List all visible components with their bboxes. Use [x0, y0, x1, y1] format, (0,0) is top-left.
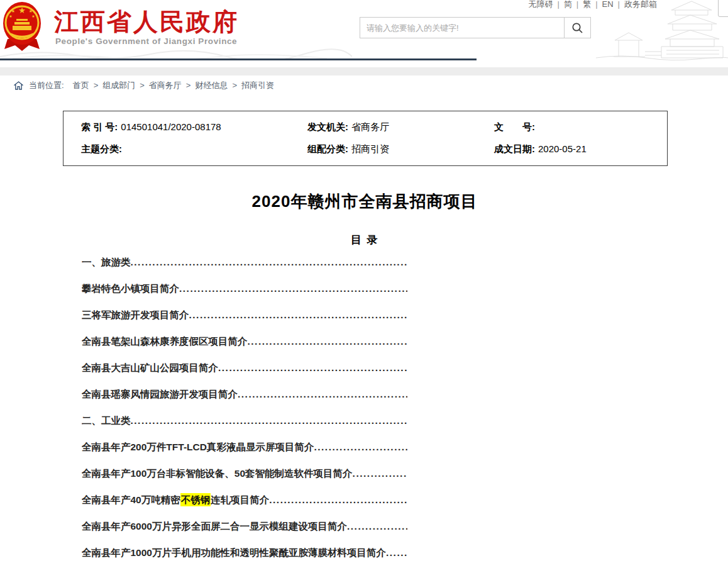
page: { "topbar": { "separator": "|", "links":… — [0, 0, 728, 573]
breadcrumb-separator: > — [94, 81, 99, 90]
svg-text:★: ★ — [11, 9, 15, 13]
topbar-separator: | — [618, 0, 620, 9]
toc-item: 全南县笔架山森林康养度假区项目简介.......................… — [82, 335, 407, 361]
meta-value: 招商引资 — [351, 143, 389, 154]
topbar-link-2[interactable]: 繁 — [583, 0, 591, 9]
toc-text-post: 连轧项目简介 — [211, 493, 269, 506]
toc-item: 全南县年产1000万片手机用功能性和透明性聚酰亚胺薄膜材料项目简介.......… — [82, 546, 407, 572]
meta-cell: 成文日期:2020-05-21 — [494, 143, 587, 155]
breadcrumb-separator: > — [186, 81, 191, 90]
site-name-en: People's Government of Jiangxi Province — [55, 36, 237, 46]
svg-text:★: ★ — [31, 14, 35, 18]
topbar-link-0[interactable]: 无障碍 — [528, 0, 553, 9]
meta-cell: 组配分类:招商引资 — [307, 143, 389, 155]
meta-value: 014501041/2020-08178 — [121, 121, 221, 132]
search-input[interactable] — [360, 18, 564, 38]
toc-text-pre: 全南县年产40万吨精密 — [82, 493, 180, 506]
breadcrumb-label: 当前位置: — [29, 80, 64, 91]
breadcrumb-link-2[interactable]: 省商务厅 — [149, 81, 182, 90]
svg-text:★: ★ — [18, 6, 26, 15]
toc-text: 全南县笔架山森林康养度假区项目简介 — [82, 335, 248, 348]
topbar-link-1[interactable]: 简 — [564, 0, 572, 9]
topbar: 无障碍|简|繁|EN|政务邮箱 — [528, 0, 657, 10]
toc-text: 全南县大吉山矿山公园项目简介 — [82, 361, 218, 374]
meta-cell: 文 号: — [494, 121, 538, 133]
meta-row: 主题分类:组配分类:招商引资成文日期:2020-05-21 — [63, 143, 667, 156]
toc-list: 一、旅游类...................................… — [82, 255, 407, 572]
search-button[interactable] — [564, 18, 590, 38]
toc-text: 全南县年产200万件TFT-LCD真彩液晶显示屏项目简介 — [82, 440, 314, 453]
breadcrumb-link-3[interactable]: 财经信息 — [195, 81, 228, 90]
header-divider — [0, 58, 477, 60]
toc-item: 三将军旅游开发项目简介.............................… — [82, 308, 407, 335]
toc-text: 全南县年产6000万片异形全面屏二合一显示模组建设项目简介 — [82, 520, 347, 533]
toc-leader-dots: ........................................… — [353, 467, 407, 480]
toc-text: 二、工业类 — [82, 414, 131, 427]
toc-item: 全南县年产40万吨精密不锈钢连轧项目简介....................… — [82, 493, 407, 520]
site-name: 江西省人民政府 — [54, 5, 239, 39]
meta-value: 省商务厅 — [351, 121, 389, 132]
national-emblem-logo: ★ ★ ★ ★ ★ — [3, 1, 41, 52]
toc-text: 全南县年产100万台非标智能设备、50套智能制造软件项目简介 — [82, 467, 353, 480]
toc-item: 全南县年产200万件TFT-LCD真彩液晶显示屏项目简介............… — [82, 440, 407, 467]
doc-title: 2020年赣州市全南县招商项目 — [63, 191, 666, 213]
topbar-separator: | — [557, 0, 559, 9]
topbar-link-4[interactable]: 政务邮箱 — [624, 0, 657, 9]
breadcrumb-link-0[interactable]: 首页 — [73, 81, 89, 90]
meta-label: 索 引 号: — [81, 121, 118, 132]
search-icon — [571, 22, 583, 34]
toc-leader-dots: ........................................… — [314, 440, 407, 453]
meta-cell: 索 引 号:014501041/2020-08178 — [81, 121, 221, 133]
toc-item: 全南县年产100万台非标智能设备、50套智能制造软件项目简介..........… — [82, 467, 407, 493]
toc-text: 三将军旅游开发项目简介 — [82, 308, 189, 321]
site-header: ★ ★ ★ ★ ★ 江西省人民政府 People's Government of… — [0, 0, 728, 60]
toc-text: 攀岩特色小镇项目简介 — [82, 282, 179, 295]
toc-leader-dots: ........................................… — [248, 335, 408, 348]
section-divider-strip — [0, 67, 728, 76]
toc-highlight: 不锈钢 — [180, 493, 211, 506]
topbar-link-3[interactable]: EN — [602, 0, 614, 9]
toc-item: 全南县瑶寨风情园旅游开发项目简介........................… — [82, 387, 407, 414]
toc-item: 全南县大吉山矿山公园项目简介..........................… — [82, 361, 407, 387]
meta-label: 发文机关: — [307, 121, 348, 132]
site-search — [360, 17, 591, 38]
meta-row: 索 引 号:014501041/2020-08178发文机关:省商务厅文 号: — [63, 121, 667, 134]
toc-item: 全南县年产6000万片异形全面屏二合一显示模组建设项目简介...........… — [82, 520, 407, 546]
meta-label: 成文日期: — [494, 143, 535, 154]
meta-label: 组配分类: — [307, 143, 348, 154]
corner-box — [718, 0, 728, 17]
topbar-separator: | — [595, 0, 597, 9]
toc-leader-dots: ........................................… — [238, 387, 407, 401]
meta-value: 2020-05-21 — [538, 143, 587, 154]
toc-leader-dots: ........................................… — [131, 255, 408, 269]
toc-leader-dots: ........................................… — [189, 308, 408, 321]
toc-leader-dots: ........................................… — [179, 282, 407, 295]
topbar-separator: | — [576, 0, 578, 9]
meta-cell: 发文机关:省商务厅 — [307, 121, 389, 133]
meta-label: 文 号: — [494, 121, 535, 132]
toc-text: 一、旅游类 — [82, 255, 131, 269]
breadcrumb-link-1[interactable]: 组成部门 — [102, 81, 135, 90]
toc-item: 攀岩特色小镇项目简介..............................… — [82, 282, 407, 308]
toc-leader-dots: ........................................… — [218, 361, 407, 374]
meta-cell: 主题分类: — [81, 143, 125, 155]
toc-item: 一、旅游类...................................… — [82, 255, 407, 282]
toc-leader-dots: ........................................… — [269, 493, 407, 506]
toc-text: 全南县瑶寨风情园旅游开发项目简介 — [82, 387, 238, 401]
toc-leader-dots: ........................................… — [386, 546, 407, 559]
toc-text: 全南县年产1000万片手机用功能性和透明性聚酰亚胺薄膜材料项目简介 — [82, 546, 386, 559]
breadcrumb-separator: > — [140, 81, 145, 90]
home-icon[interactable] — [14, 81, 23, 90]
svg-text:★: ★ — [9, 14, 12, 18]
breadcrumb-link-4[interactable]: 招商引资 — [241, 81, 274, 90]
breadcrumb: 首页>组成部门>省商务厅>财经信息>招商引资 — [73, 80, 274, 91]
meta-label: 主题分类: — [81, 143, 122, 154]
toc-leader-dots: ........................................… — [131, 414, 408, 427]
svg-text:★: ★ — [29, 9, 33, 13]
toc-heading: 目 录 — [63, 233, 666, 247]
breadcrumb-bar: 当前位置: 首页>组成部门>省商务厅>财经信息>招商引资 — [0, 75, 728, 96]
meta-box: 索 引 号:014501041/2020-08178发文机关:省商务厅文 号:主… — [63, 111, 668, 166]
toc-item: 二、工业类...................................… — [82, 414, 407, 440]
toc-leader-dots: ........................................… — [347, 520, 407, 533]
breadcrumb-separator: > — [232, 81, 237, 90]
